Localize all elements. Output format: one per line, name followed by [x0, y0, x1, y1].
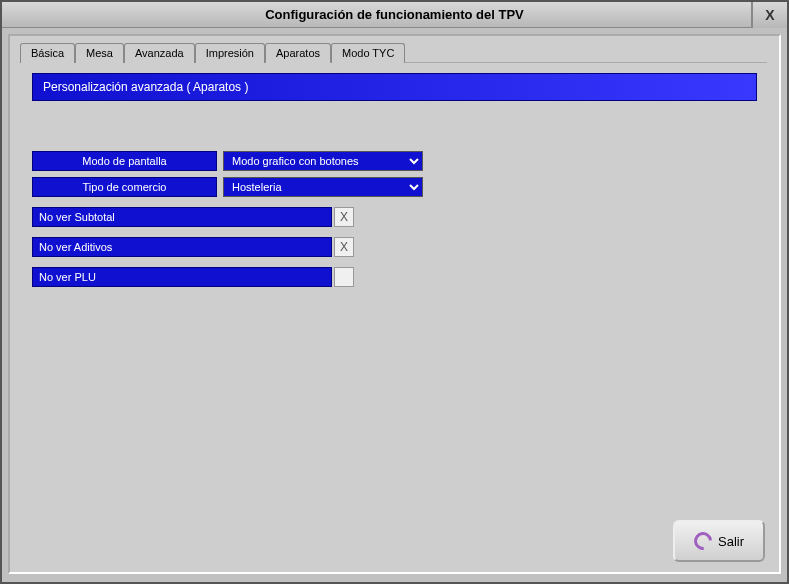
footer: Salir: [673, 520, 765, 562]
config-window: Configuración de funcionamiento del TPV …: [0, 0, 789, 584]
tab-basica[interactable]: Básica: [20, 43, 75, 63]
section-header: Personalización avanzada ( Aparatos ): [32, 73, 757, 101]
check-mark-icon: X: [340, 240, 348, 254]
tab-modo-tyc[interactable]: Modo TYC: [331, 43, 405, 63]
exit-icon: [690, 528, 715, 553]
select-tipo-comercio[interactable]: Hosteleria: [223, 177, 423, 197]
close-button[interactable]: X: [751, 2, 787, 28]
row-no-ver-aditivos: No ver Aditivos X: [32, 237, 757, 257]
checkbox-no-ver-subtotal[interactable]: X: [334, 207, 354, 227]
row-tipo-comercio: Tipo de comercio Hosteleria: [32, 177, 757, 197]
window-title: Configuración de funcionamiento del TPV: [265, 7, 524, 22]
salir-label: Salir: [718, 534, 744, 549]
checkbox-no-ver-aditivos[interactable]: X: [334, 237, 354, 257]
tabs-row: Básica Mesa Avanzada Impresión Aparatos …: [10, 36, 779, 62]
row-no-ver-subtotal: No ver Subtotal X: [32, 207, 757, 227]
tab-impresion[interactable]: Impresión: [195, 43, 265, 63]
label-no-ver-plu: No ver PLU: [32, 267, 332, 287]
select-modo-pantalla[interactable]: Modo grafico con botones: [223, 151, 423, 171]
label-no-ver-aditivos: No ver Aditivos: [32, 237, 332, 257]
tab-mesa[interactable]: Mesa: [75, 43, 124, 63]
checkbox-no-ver-plu[interactable]: [334, 267, 354, 287]
label-no-ver-subtotal: No ver Subtotal: [32, 207, 332, 227]
row-no-ver-plu: No ver PLU: [32, 267, 757, 287]
tab-aparatos[interactable]: Aparatos: [265, 43, 331, 63]
salir-button[interactable]: Salir: [673, 520, 765, 562]
tab-avanzada[interactable]: Avanzada: [124, 43, 195, 63]
tab-panel-aparatos: Personalización avanzada ( Aparatos ) Mo…: [22, 62, 767, 503]
label-tipo-comercio: Tipo de comercio: [32, 177, 217, 197]
titlebar: Configuración de funcionamiento del TPV …: [2, 2, 787, 28]
row-modo-pantalla: Modo de pantalla Modo grafico con botone…: [32, 151, 757, 171]
check-mark-icon: X: [340, 210, 348, 224]
content-frame: Básica Mesa Avanzada Impresión Aparatos …: [8, 34, 781, 574]
close-icon: X: [765, 7, 774, 23]
label-modo-pantalla: Modo de pantalla: [32, 151, 217, 171]
